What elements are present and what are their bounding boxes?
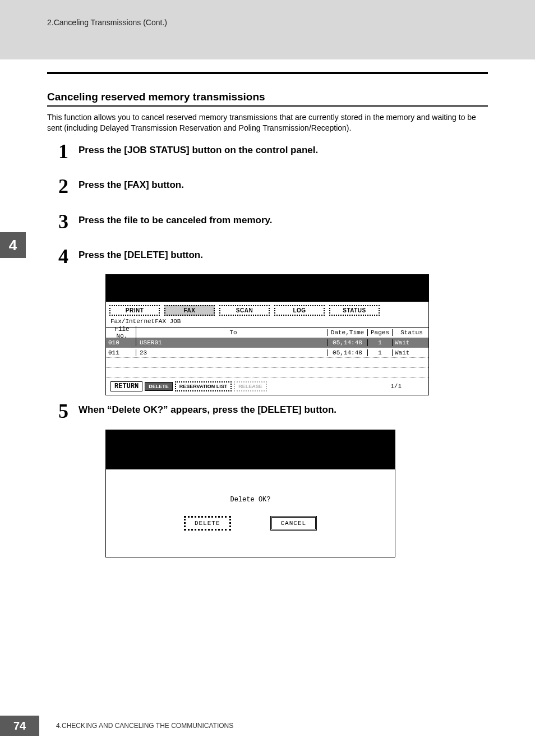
step-number: 3 [58,213,72,231]
release-button[interactable]: RELEASE [234,381,267,391]
table-row[interactable]: 011 23 05,14:48 1 Wait [106,348,428,358]
side-chapter-tab: 4 [0,232,26,258]
step-number: 1 [58,142,72,160]
table-header: File No. To Date,Time Pages Status [106,328,428,338]
step-text: When “Delete OK?” appears, press the [DE… [79,402,336,416]
step-number: 4 [58,247,72,265]
cell-pages: 1 [368,339,393,346]
step-1: 1 Press the [JOB STATUS] button on the c… [58,142,488,160]
tab-scan[interactable]: SCAN [219,305,270,316]
cell-datetime: 05,14:48 [328,349,368,356]
step-text: Press the [JOB STATUS] button on the con… [79,142,318,156]
step-number: 2 [58,177,72,195]
step-text: Press the [FAX] button. [79,177,184,191]
reservation-list-button[interactable]: RESERVATION LIST [175,381,232,391]
cell-pages: 1 [368,349,393,356]
col-file: File No. [106,326,136,339]
cell-datetime: 05,14:48 [328,339,368,346]
section-intro: This function allows you to cancel reser… [47,112,488,133]
table-row-empty [106,368,428,378]
tab-status[interactable]: STATUS [329,305,380,316]
return-button[interactable]: RETURN [110,381,142,391]
page-footer: 74 4.CHECKING AND CANCELING THE COMMUNIC… [0,716,535,736]
breadcrumb: 2.Canceling Transmissions (Cont.) [47,18,535,27]
delete-button[interactable]: DELETE [145,382,173,391]
cell-file: 010 [106,339,136,346]
tab-fax[interactable]: FAX [164,305,215,316]
col-to: To [136,329,328,336]
screen-titlebar [106,430,395,469]
page-number: 74 [0,716,39,736]
page-header: 2.Canceling Transmissions (Cont.) [0,0,535,59]
tab-print[interactable]: PRINT [109,305,160,316]
job-table: File No. To Date,Time Pages Status 010 U… [106,327,428,378]
col-datetime: Date,Time [328,329,368,336]
screen-buttons: RETURN DELETE RESERVATION LIST RELEASE 1… [106,378,428,395]
table-row[interactable]: 010 USER01 05,14:48 1 Wait [106,338,428,348]
thin-rule [47,105,488,107]
tabs-row: PRINT FAX SCAN LOG STATUS [106,302,428,317]
cell-file: 011 [106,349,136,356]
col-status: Status [393,329,428,336]
tab-log[interactable]: LOG [274,305,325,316]
step-3: 3 Press the file to be canceled from mem… [58,213,488,231]
screen-subtitle: Fax/InternetFAX JOB [106,317,428,327]
cell-status: Wait [393,349,428,356]
confirm-prompt: Delete OK? [230,496,270,504]
page-indicator: 1/1 [390,383,424,390]
heavy-rule [47,72,488,74]
confirm-cancel-button[interactable]: CANCEL [270,516,317,531]
delete-confirm-screen: Delete OK? DELETE CANCEL [105,430,488,557]
step-text: Press the file to be canceled from memor… [79,213,272,226]
confirm-delete-button[interactable]: DELETE [184,516,231,531]
step-2: 2 Press the [FAX] button. [58,177,488,195]
section-title: Canceling reserved memory transmissions [47,91,488,103]
step-text: Press the [DELETE] button. [79,247,203,261]
col-pages: Pages [368,329,393,336]
job-status-screen: PRINT FAX SCAN LOG STATUS Fax/InternetFA… [105,274,488,395]
cell-to: 23 [136,349,328,356]
screen-titlebar [106,275,428,302]
table-row-empty [106,358,428,368]
step-number: 5 [58,402,72,420]
step-5: 5 When “Delete OK?” appears, press the [… [58,402,488,420]
step-4: 4 Press the [DELETE] button. [58,247,488,265]
cell-status: Wait [393,339,428,346]
chapter-reference: 4.CHECKING AND CANCELING THE COMMUNICATI… [56,722,233,730]
cell-to: USER01 [136,339,328,346]
